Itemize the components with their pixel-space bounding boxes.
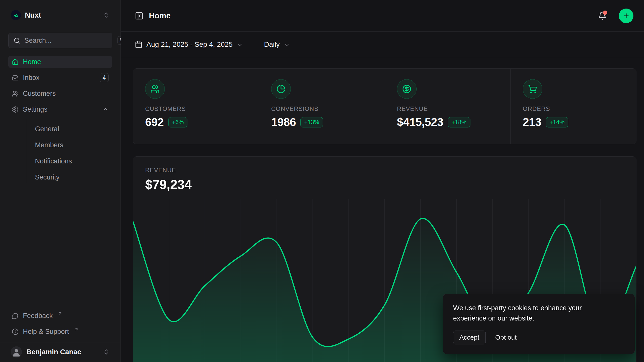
calendar-icon <box>135 41 142 48</box>
date-range-value: Aug 21, 2025 - Sep 4, 2025 <box>146 40 233 49</box>
stat-revenue[interactable]: REVENUE $415,523 +18% <box>385 69 510 144</box>
inbox-count-badge: 4 <box>100 73 109 82</box>
search-input[interactable] <box>24 37 113 44</box>
chevron-down-icon <box>284 42 290 48</box>
granularity-select[interactable]: Daily <box>264 40 290 49</box>
page-header: Home <box>121 0 644 32</box>
cookie-message: We use first-party cookies to enhance yo… <box>453 303 609 324</box>
sidebar-item-home[interactable]: Home <box>8 56 112 68</box>
external-link-icon <box>58 311 62 315</box>
info-icon <box>12 328 19 335</box>
search-icon <box>14 37 20 44</box>
user-menu[interactable]: Benjamin Canac <box>0 342 120 362</box>
notifications-button[interactable] <box>598 11 607 20</box>
chevrons-up-down-icon <box>103 348 110 355</box>
stat-label: CONVERSIONS <box>271 105 385 112</box>
stat-label: REVENUE <box>397 105 510 112</box>
workspace-selector[interactable]: Nuxt <box>8 9 112 22</box>
feedback-link[interactable]: Feedback <box>8 310 112 322</box>
stat-value: 213 <box>523 116 541 129</box>
accept-cookies-button[interactable]: Accept <box>453 331 486 344</box>
stat-delta-badge: +13% <box>300 117 323 127</box>
chevrons-up-down-icon <box>103 12 110 19</box>
date-range-picker[interactable]: Aug 21, 2025 - Sep 4, 2025 <box>135 40 243 49</box>
sidebar-item-general[interactable]: General <box>27 123 104 135</box>
sidebar-subitem-label: General <box>35 125 59 133</box>
users-icon <box>12 90 19 97</box>
stat-value: $415,523 <box>397 116 443 129</box>
sidebar: Nuxt ⌘ K Home <box>0 0 121 362</box>
search-box[interactable]: ⌘ K <box>8 33 112 48</box>
feedback-label: Feedback <box>23 312 53 320</box>
nuxt-logo-icon <box>11 10 21 20</box>
chart-title: REVENUE <box>145 167 624 174</box>
sidebar-subitem-label: Members <box>35 141 63 149</box>
sidebar-item-notifications[interactable]: Notifications <box>27 155 104 167</box>
sidebar-item-settings[interactable]: Settings <box>8 103 112 115</box>
home-icon <box>12 59 19 65</box>
stat-label: ORDERS <box>523 105 636 112</box>
cookie-banner: We use first-party cookies to enhance yo… <box>443 294 635 354</box>
stat-delta-badge: +18% <box>448 117 470 127</box>
sidebar-item-security[interactable]: Security <box>27 171 104 183</box>
sidebar-item-label: Home <box>23 58 41 66</box>
settings-subnav: General Members Notifications Security <box>27 119 104 183</box>
plus-icon <box>622 12 630 20</box>
notification-dot <box>603 11 607 15</box>
sidebar-item-label: Customers <box>23 90 56 98</box>
granularity-value: Daily <box>264 40 280 49</box>
sidebar-nav: Home Inbox 4 Customers <box>8 56 112 183</box>
gear-icon <box>12 106 19 113</box>
workspace-name: Nuxt <box>25 11 41 19</box>
chevron-up-icon <box>102 106 109 113</box>
filters-toolbar: Aug 21, 2025 - Sep 4, 2025 Daily <box>121 32 644 57</box>
stat-label: CUSTOMERS <box>145 105 259 112</box>
add-button[interactable] <box>619 9 633 23</box>
chart-total-value: $79,234 <box>145 177 624 192</box>
sidebar-subitem-label: Notifications <box>35 157 72 165</box>
stat-value: 692 <box>145 116 164 129</box>
sidebar-subitem-label: Security <box>35 173 60 181</box>
page-title: Home <box>149 11 171 20</box>
sidebar-item-members[interactable]: Members <box>27 139 104 151</box>
pie-chart-icon <box>271 79 291 99</box>
help-support-link[interactable]: Help & Support <box>8 326 112 338</box>
cart-icon <box>523 79 542 99</box>
stat-value: 1986 <box>271 116 296 129</box>
sidebar-item-label: Settings <box>23 106 48 113</box>
chevron-down-icon <box>237 42 243 48</box>
panel-left-close-icon[interactable] <box>135 12 143 20</box>
stat-delta-badge: +14% <box>546 117 568 127</box>
stat-customers[interactable]: CUSTOMERS 692 +6% <box>133 69 259 144</box>
sidebar-item-label: Inbox <box>23 74 39 82</box>
message-circle-icon <box>12 312 19 319</box>
help-support-label: Help & Support <box>23 328 69 336</box>
avatar <box>11 346 22 357</box>
users-icon <box>145 79 165 99</box>
sidebar-item-customers[interactable]: Customers <box>8 87 112 100</box>
sidebar-footer: Feedback Help & Support <box>0 310 120 338</box>
stat-conversions[interactable]: CONVERSIONS 1986 +13% <box>259 69 385 144</box>
stat-delta-badge: +6% <box>168 117 188 127</box>
external-link-icon <box>74 327 78 331</box>
stats-card: CUSTOMERS 692 +6% CONVERSIONS 1986 +13% <box>133 68 636 144</box>
dollar-circle-icon <box>397 79 417 99</box>
stat-orders[interactable]: ORDERS 213 +14% <box>510 69 636 144</box>
inbox-icon <box>12 74 19 81</box>
sidebar-item-inbox[interactable]: Inbox 4 <box>8 72 112 84</box>
user-name: Benjamin Canac <box>26 348 81 356</box>
opt-out-button[interactable]: Opt out <box>495 334 517 341</box>
